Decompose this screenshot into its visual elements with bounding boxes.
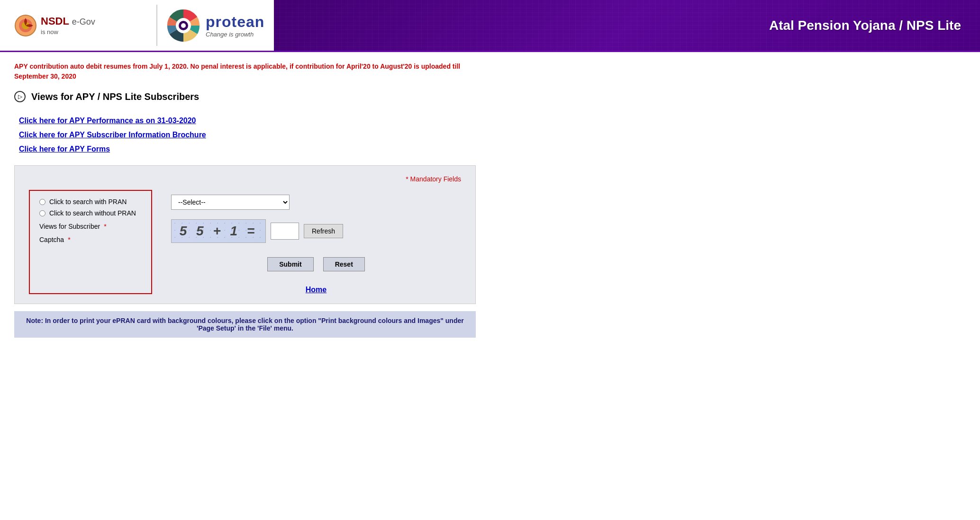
nsdl-logo-area: NSDL e-Gov is now xyxy=(0,0,156,51)
form-inner: Click to search with PRAN Click to searc… xyxy=(29,190,461,294)
protean-name: protean xyxy=(206,13,264,31)
section-title-row: ▷ Views for APY / NPS Lite Subscribers xyxy=(14,91,476,102)
captcha-required-star: * xyxy=(68,236,70,243)
captcha-area: 5 5 + 1 = Refresh xyxy=(171,219,461,243)
captcha-image: 5 5 + 1 = xyxy=(171,219,266,243)
captcha-equation: 5 5 + 1 = xyxy=(180,224,258,239)
atal-pension-title: Atal Pension Yojana / NPS Lite xyxy=(769,18,961,33)
radio-no-pran-row: Click to search without PRAN xyxy=(39,209,142,217)
protean-text-group: protean Change is growth xyxy=(206,13,264,38)
submit-button[interactable]: Submit xyxy=(267,257,313,271)
views-select[interactable]: --Select-- Statement of Transaction PRAN… xyxy=(171,195,290,210)
radio-pran-row: Click to search with PRAN xyxy=(39,198,142,206)
page-header: NSDL e-Gov is now protean Change is gro xyxy=(0,0,980,52)
header-right-banner: Atal Pension Yojana / NPS Lite xyxy=(274,0,980,51)
links-section: Click here for APY Performance as on 31-… xyxy=(14,117,476,153)
captcha-label-row: Captcha * xyxy=(39,236,142,243)
form-box: * Mandatory Fields Click to search with … xyxy=(14,165,476,304)
views-required-star: * xyxy=(104,223,106,230)
reset-button[interactable]: Reset xyxy=(323,257,365,271)
nsdl-brand-text: NSDL e-Gov xyxy=(41,15,95,27)
home-link[interactable]: Home xyxy=(306,286,327,294)
notice-text: APY contribution auto debit resumes from… xyxy=(14,62,476,81)
radio-with-pran[interactable] xyxy=(39,199,45,205)
views-field-row: Views for Subscriber * xyxy=(39,223,142,230)
captcha-input[interactable] xyxy=(271,223,299,240)
captcha-label: Captcha xyxy=(39,236,64,243)
form-right-panel: --Select-- Statement of Transaction PRAN… xyxy=(171,190,461,294)
nsdl-text-group: NSDL e-Gov is now xyxy=(41,15,95,36)
home-link-row: Home xyxy=(171,286,461,294)
apy-performance-link[interactable]: Click here for APY Performance as on 31-… xyxy=(19,117,476,125)
protean-logo-area: protean Change is growth xyxy=(157,0,274,51)
is-now-text: is now xyxy=(41,28,95,36)
section-title: Views for APY / NPS Lite Subscribers xyxy=(31,91,199,102)
apy-brochure-link[interactable]: Click here for APY Subscriber Informatio… xyxy=(19,131,476,139)
protean-icon xyxy=(167,9,200,42)
views-label: Views for Subscriber xyxy=(39,223,100,230)
apy-forms-link[interactable]: Click here for APY Forms xyxy=(19,145,476,153)
radio-no-pran-label: Click to search without PRAN xyxy=(49,209,136,217)
protean-tagline: Change is growth xyxy=(206,31,264,38)
form-buttons-row: Submit Reset xyxy=(171,257,461,271)
mandatory-note: * Mandatory Fields xyxy=(29,175,461,183)
form-left-panel: Click to search with PRAN Click to searc… xyxy=(29,190,152,294)
refresh-button[interactable]: Refresh xyxy=(304,224,343,238)
nsdl-logo: NSDL e-Gov is now xyxy=(14,14,95,37)
svg-point-6 xyxy=(181,23,186,28)
main-content: APY contribution auto debit resumes from… xyxy=(0,52,490,347)
arrow-circle-icon: ▷ xyxy=(14,91,26,102)
radio-without-pran[interactable] xyxy=(39,210,45,216)
radio-pran-label: Click to search with PRAN xyxy=(49,198,127,206)
note-bar: Note: In order to print your ePRAN card … xyxy=(14,311,476,338)
nsdl-icon xyxy=(14,14,37,37)
views-select-container: --Select-- Statement of Transaction PRAN… xyxy=(171,195,461,210)
